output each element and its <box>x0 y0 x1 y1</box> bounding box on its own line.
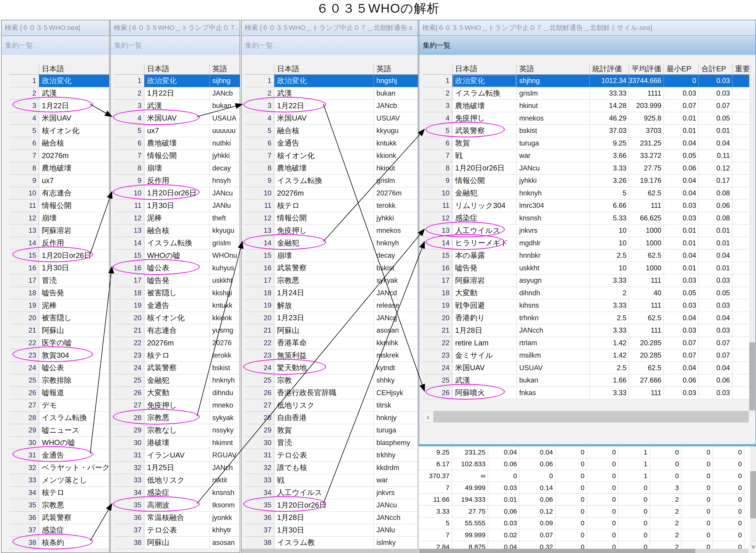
table-row[interactable]: 1政治変化 <box>9 75 109 87</box>
table-cell[interactable]: 21 <box>423 324 452 337</box>
table-cell[interactable]: 31 <box>245 449 274 462</box>
table-cell[interactable]: mnekos <box>516 112 590 125</box>
table-cell[interactable]: 0.01 <box>664 112 699 125</box>
table-row[interactable]: 13免疫押しmnekos <box>245 224 418 237</box>
table-cell[interactable]: rsktit <box>209 474 240 487</box>
column-header[interactable]: 最小EP <box>664 63 699 75</box>
table-cell[interactable]: 1012.34 <box>590 75 629 87</box>
scrollbar-thumb[interactable] <box>419 549 695 553</box>
table-cell[interactable]: 金通告 <box>39 449 109 462</box>
column-header[interactable] <box>9 63 39 75</box>
table-cell[interactable]: 0.03 <box>699 87 732 100</box>
table-cell[interactable]: 0.08 <box>699 212 732 225</box>
table-cell[interactable]: 0.04 <box>664 187 699 200</box>
table-cell[interactable]: 0.04 <box>664 137 699 150</box>
table-row[interactable]: 34人工ウイルスjnkvrs <box>245 487 418 499</box>
table-cell[interactable]: 0.03 <box>488 482 519 494</box>
table-cell[interactable]: 20.285 <box>629 349 664 362</box>
table-cell[interactable]: 4 <box>245 112 274 125</box>
table-cell[interactable] <box>732 362 750 375</box>
table-cell[interactable]: 24 <box>423 362 452 375</box>
window-title-bar[interactable]: 検索 [６０３５WHO＿トランプ中止０７＿北朝鮮通告.s <box>242 20 418 36</box>
table-cell[interactable]: 金融犯 <box>274 237 374 250</box>
table-cell[interactable]: 0 <box>556 470 587 482</box>
table-row[interactable]: 15WHOの嘘WHOnu <box>114 249 240 262</box>
table-cell[interactable]: 農地破壊 <box>144 137 209 150</box>
table-cell[interactable]: 戦争回避 <box>452 299 516 312</box>
table-row[interactable]: 8農地破壊hkinut <box>245 162 418 175</box>
table-cell[interactable]: JANch <box>209 462 240 474</box>
table-cell[interactable]: war <box>516 150 590 162</box>
table-cell[interactable]: 5 <box>9 125 39 137</box>
table-cell[interactable]: 5 <box>114 125 144 137</box>
table-row[interactable]: 31イランUAVRGUAV <box>114 449 240 462</box>
table-cell[interactable]: 0.17 <box>699 174 732 187</box>
table-cell[interactable]: CEHjsyk <box>374 387 418 399</box>
table-cell[interactable]: 嘘報道 <box>39 387 109 399</box>
table-cell[interactable]: 17 <box>423 274 452 287</box>
table-cell[interactable]: 本の暴露 <box>452 249 516 262</box>
table-cell[interactable]: decay <box>374 249 418 262</box>
table-cell[interactable]: JANcch <box>374 511 418 524</box>
table-cell[interactable]: JANlu <box>374 524 418 537</box>
table-cell[interactable]: hnknjy <box>374 412 418 424</box>
scroll-down-icon[interactable]: ˅ <box>750 541 756 553</box>
table-cell[interactable]: 19.176 <box>629 174 664 187</box>
table-cell[interactable]: 0 <box>713 505 744 518</box>
table-row[interactable]: 34核テロ <box>9 487 109 499</box>
table-cell[interactable]: 阿蘇山 <box>39 324 109 337</box>
table-cell[interactable]: hnknyh <box>516 187 590 200</box>
table-cell[interactable]: 嘘ニュース <box>39 424 109 437</box>
table-cell[interactable]: 核テロ <box>39 487 109 499</box>
table-cell[interactable] <box>732 212 750 225</box>
table-row[interactable]: 21阿蘇山 <box>9 324 109 337</box>
table-cell[interactable]: USAUA <box>209 112 240 125</box>
scrollbar-thumb[interactable] <box>749 342 755 410</box>
table-row[interactable]: 3武漢bukan <box>114 100 240 112</box>
table-cell[interactable]: 23 <box>114 349 144 362</box>
table-cell[interactable]: 0.01 <box>699 125 732 137</box>
table-cell[interactable]: 16 <box>9 262 39 274</box>
table-cell[interactable]: jyhkki <box>209 150 240 162</box>
table-cell[interactable]: 阿蘇噴火 <box>452 387 516 399</box>
table-cell[interactable]: 0.03 <box>699 387 732 399</box>
table-cell[interactable]: 20 <box>245 312 274 324</box>
table-cell[interactable]: 0 <box>681 529 713 541</box>
table-cell[interactable]: 0.06 <box>699 374 732 387</box>
table-cell[interactable]: 34 <box>245 487 274 499</box>
background-horizontal-scrollbar[interactable] <box>419 549 749 553</box>
table-row[interactable]: 321月25日JANch <box>114 462 240 474</box>
table-row[interactable]: 12泥棒theft <box>114 212 240 225</box>
table-cell[interactable]: 6 <box>245 137 274 150</box>
table-cell[interactable]: hnnbkr <box>516 249 590 262</box>
table-cell[interactable]: 0 <box>713 482 744 494</box>
table-cell[interactable]: 36 <box>114 511 144 524</box>
table-row[interactable]: 38核条約 <box>9 537 109 549</box>
table-cell[interactable]: 23 <box>423 349 452 362</box>
table-cell[interactable]: grislm <box>516 87 590 100</box>
table-row[interactable]: 7核イオン化kkionk <box>245 150 418 162</box>
table-row[interactable]: 1政治変化hngshj <box>245 75 418 87</box>
table-cell[interactable] <box>732 187 750 200</box>
table-cell[interactable]: 23 <box>9 349 39 362</box>
table-cell[interactable]: 0 <box>519 470 556 482</box>
table-cell[interactable]: 32 <box>9 462 39 474</box>
table-cell[interactable]: kkyugu <box>374 125 418 137</box>
table-cell[interactable]: 33.272 <box>629 150 664 162</box>
table-row[interactable]: 21月22日JANcb <box>114 87 240 100</box>
table-cell[interactable]: 111 <box>629 299 664 312</box>
table-cell[interactable]: 武漢 <box>39 87 109 100</box>
table-cell[interactable]: JANcd <box>374 287 418 300</box>
table-cell[interactable]: 7 <box>423 150 452 162</box>
table-cell[interactable]: 0.06 <box>664 162 699 175</box>
table-row[interactable]: 17宗教悪sykyak <box>245 274 418 287</box>
table-cell[interactable]: 0.04 <box>664 174 699 187</box>
table-row[interactable]: 8崩壊decay <box>114 162 240 175</box>
table-cell[interactable]: 0 <box>556 505 587 518</box>
table-row[interactable]: 18嘘告発 <box>9 287 109 300</box>
table-cell[interactable]: メンツ落とし <box>39 474 109 487</box>
table-cell[interactable]: 231.25 <box>629 137 664 150</box>
table-cell[interactable]: 21 <box>245 324 274 337</box>
table-cell[interactable]: 38 <box>245 537 274 549</box>
window3-horizontal-scrollbar[interactable] <box>242 549 418 553</box>
